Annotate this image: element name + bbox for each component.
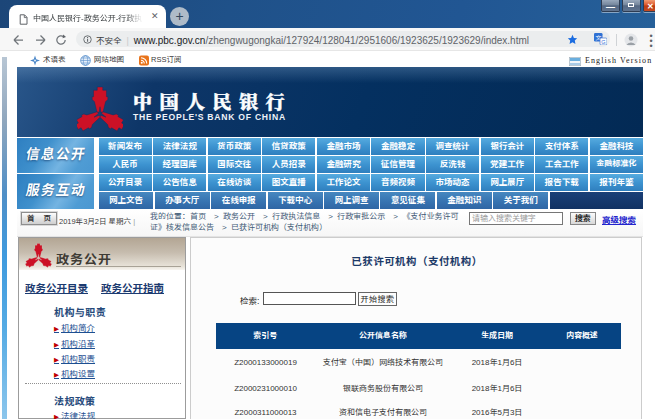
svg-text:G: G (601, 39, 605, 45)
